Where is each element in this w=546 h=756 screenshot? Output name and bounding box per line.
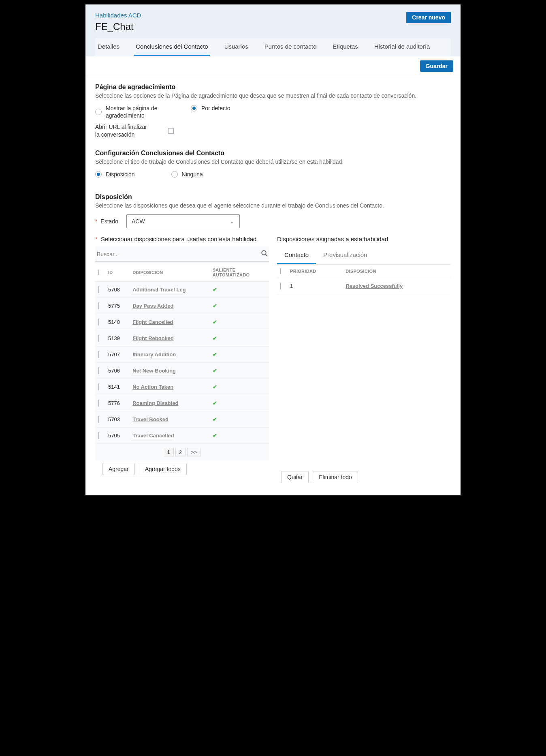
- table-row: 5708Additional Travel Leg✔: [95, 281, 269, 298]
- dispo-section: Disposición Seleccione las disposiciones…: [85, 186, 461, 232]
- row-id: 5703: [105, 411, 129, 427]
- check-icon: ✔: [213, 319, 217, 325]
- available-title-text: Seleccionar disposiciones para usarlas c…: [101, 236, 256, 242]
- available-title: * Seleccionar disposiciones para usarlas…: [95, 232, 269, 246]
- checkbox-open-url[interactable]: Abrir URL al finalizar la conversación: [95, 123, 451, 138]
- pager-next[interactable]: >>: [187, 448, 200, 456]
- thanks-desc: Seleccione las opciones de la Página de …: [95, 92, 451, 99]
- table-row: 5706Net New Booking✔: [95, 362, 269, 379]
- tab-post-contact[interactable]: Conclusiones del Contacto: [134, 38, 209, 56]
- pcc-section: Configuración Conclusiones del Contacto …: [85, 142, 461, 186]
- select-all-assigned-checkbox[interactable]: [280, 268, 281, 274]
- tab-tags[interactable]: Etiquetas: [331, 38, 360, 56]
- remove-button[interactable]: Quitar: [281, 471, 309, 483]
- row-dispo-link[interactable]: Travel Booked: [129, 411, 209, 427]
- col-dispo[interactable]: DISPOSICIÓN: [129, 263, 209, 282]
- radio-icon: [95, 109, 102, 115]
- available-table: ID DISPOSICIÓN SALIENTE AUTOMATIZADO 570…: [95, 263, 269, 444]
- radio-show-thanks[interactable]: Mostrar la página de agradecimiento: [95, 105, 162, 119]
- radio-disposition[interactable]: Disposición: [95, 171, 135, 178]
- row-outbound: ✔: [209, 427, 269, 443]
- col-priority[interactable]: PRIORIDAD: [287, 265, 342, 278]
- row-dispo-link[interactable]: Roaming Disabled: [129, 395, 209, 411]
- pager: 1 2 >>: [95, 444, 269, 460]
- tab-details[interactable]: Detalles: [96, 38, 121, 56]
- row-checkbox[interactable]: [98, 416, 99, 423]
- save-button[interactable]: Guardar: [420, 60, 453, 72]
- assigned-dispositions-col: Disposiciones asignadas a esta habilidad…: [277, 232, 451, 491]
- row-dispo-link[interactable]: Travel Cancelled: [129, 427, 209, 443]
- create-new-button[interactable]: Crear nuevo: [406, 12, 451, 23]
- row-dispo-link[interactable]: Resolved Successfully: [342, 278, 451, 294]
- row-checkbox[interactable]: [280, 283, 281, 289]
- subtab-contact[interactable]: Contacto: [277, 246, 316, 264]
- row-checkbox[interactable]: [98, 432, 99, 439]
- row-dispo-link[interactable]: Net New Booking: [129, 362, 209, 379]
- table-row: 5707Itinerary Addition✔: [95, 346, 269, 362]
- radio-label: Mostrar la página de agradecimiento: [106, 105, 162, 119]
- row-outbound: ✔: [209, 314, 269, 330]
- tab-audit[interactable]: Historial de auditoría: [373, 38, 432, 56]
- add-all-button[interactable]: Agregar todos: [139, 463, 187, 475]
- row-checkbox[interactable]: [98, 367, 99, 374]
- tab-poc[interactable]: Puntos de contacto: [263, 38, 318, 56]
- tab-users[interactable]: Usuarios: [223, 38, 250, 56]
- row-dispo-link[interactable]: Day Pass Added: [129, 298, 209, 314]
- table-row: 5141No Action Taken✔: [95, 379, 269, 395]
- row-checkbox[interactable]: [98, 351, 99, 358]
- row-dispo-link[interactable]: Additional Travel Leg: [129, 281, 209, 298]
- row-checkbox[interactable]: [98, 400, 99, 407]
- row-outbound: ✔: [209, 281, 269, 298]
- row-dispo-link[interactable]: Flight Rebooked: [129, 330, 209, 346]
- required-asterisk: *: [95, 218, 97, 225]
- row-id: 5141: [105, 379, 129, 395]
- check-icon: ✔: [213, 287, 217, 293]
- radio-none[interactable]: Ninguna: [171, 171, 203, 178]
- breadcrumb[interactable]: Habilidades ACD: [95, 12, 451, 19]
- remove-all-button[interactable]: Eliminar todo: [313, 471, 358, 483]
- row-dispo-link[interactable]: No Action Taken: [129, 379, 209, 395]
- row-checkbox[interactable]: [98, 383, 99, 390]
- row-outbound: ✔: [209, 362, 269, 379]
- row-id: 5775: [105, 298, 129, 314]
- pager-page-2[interactable]: 2: [175, 448, 186, 456]
- search-input[interactable]: [96, 251, 261, 258]
- radio-label: Ninguna: [182, 171, 203, 178]
- radio-default[interactable]: Por defecto: [191, 105, 230, 112]
- radio-icon: [191, 105, 197, 111]
- search-icon[interactable]: [261, 250, 268, 259]
- row-outbound: ✔: [209, 379, 269, 395]
- svg-point-0: [262, 251, 266, 255]
- check-icon: ✔: [213, 416, 217, 422]
- row-checkbox[interactable]: [98, 335, 99, 342]
- row-id: 5776: [105, 395, 129, 411]
- row-outbound: ✔: [209, 411, 269, 427]
- row-outbound: ✔: [209, 330, 269, 346]
- row-checkbox[interactable]: [98, 286, 99, 293]
- state-select[interactable]: ACW ⌄: [126, 214, 240, 228]
- page-title: FE_Chat: [95, 21, 451, 32]
- select-all-checkbox[interactable]: [98, 270, 99, 275]
- assigned-title: Disposiciones asignadas a esta habilidad: [277, 232, 451, 246]
- header-area: Habilidades ACD FE_Chat Crear nuevo Deta…: [85, 4, 461, 56]
- row-dispo-link[interactable]: Itinerary Addition: [129, 346, 209, 362]
- pager-page-1[interactable]: 1: [164, 448, 174, 456]
- col-outbound[interactable]: SALIENTE AUTOMATIZADO: [209, 263, 269, 282]
- thanks-title: Página de agradecimiento: [95, 84, 451, 91]
- state-label: Estado: [100, 218, 118, 225]
- pcc-title: Configuración Conclusiones del Contacto: [95, 150, 451, 157]
- dispositions-two-col: * Seleccionar disposiciones para usarlas…: [85, 232, 461, 495]
- check-icon: ✔: [213, 368, 217, 374]
- add-button[interactable]: Agregar: [102, 463, 135, 475]
- subtab-preview[interactable]: Previsualización: [316, 246, 374, 264]
- row-dispo-link[interactable]: Flight Cancelled: [129, 314, 209, 330]
- row-id: 5706: [105, 362, 129, 379]
- thanks-section: Página de agradecimiento Seleccione las …: [85, 76, 461, 142]
- col-id[interactable]: ID: [105, 263, 129, 282]
- col-dispo-right[interactable]: DISPOSICIÓN: [342, 265, 451, 278]
- table-row: 5139Flight Rebooked✔: [95, 330, 269, 346]
- check-icon: ✔: [213, 384, 217, 390]
- row-checkbox[interactable]: [98, 319, 99, 326]
- row-checkbox[interactable]: [98, 302, 99, 309]
- checkbox-icon: [168, 128, 174, 134]
